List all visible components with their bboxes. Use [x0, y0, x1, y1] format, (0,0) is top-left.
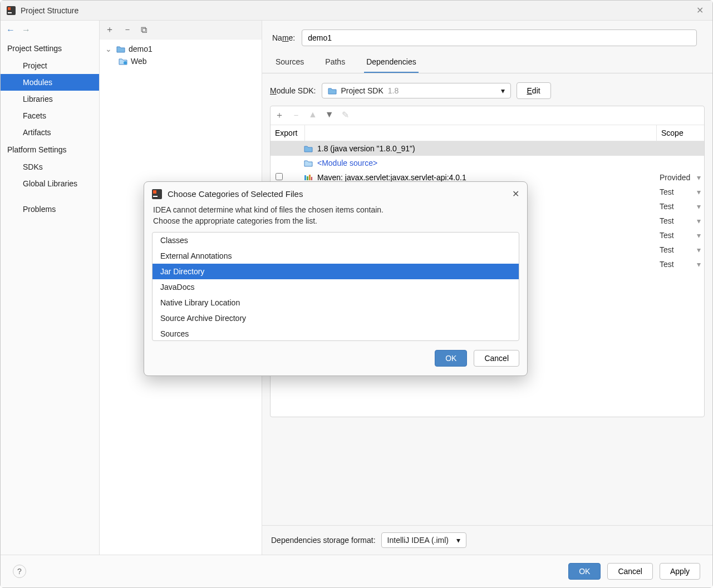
dropdown-icon[interactable]: ▾	[697, 202, 701, 211]
tab-paths[interactable]: Paths	[323, 52, 347, 73]
dropdown-icon[interactable]: ▾	[697, 173, 701, 182]
nav-artifacts[interactable]: Artifacts	[1, 124, 99, 141]
storage-label: Dependencies storage format:	[271, 536, 376, 545]
modal-description: IDEA cannot determine what kind of files…	[144, 201, 527, 232]
svg-rect-10	[153, 196, 158, 197]
module-name-input[interactable]	[302, 29, 697, 46]
module-sdk-select[interactable]: Project SDK 1.8 ▾	[322, 83, 511, 98]
ok-button[interactable]: OK	[568, 563, 601, 580]
scope-value: Test	[660, 216, 674, 225]
category-list[interactable]: ClassesExternal AnnotationsJar Directory…	[152, 232, 519, 341]
main-button-bar: ? OK Cancel Apply	[1, 555, 712, 587]
dep-type-icon	[304, 145, 313, 152]
dropdown-icon[interactable]: ▾	[697, 231, 701, 240]
dropdown-icon[interactable]: ▾	[697, 216, 701, 225]
folder-icon	[116, 45, 125, 53]
project-settings-header: Project Settings	[1, 39, 99, 57]
nav-global-libraries[interactable]: Global Libraries	[1, 175, 99, 192]
sdk-folder-icon	[328, 87, 337, 95]
nav-libraries[interactable]: Libraries	[1, 91, 99, 107]
tree-child-web[interactable]: Web	[102, 55, 259, 67]
dep-name: Maven: javax.servlet:javax.servlet-api:4…	[317, 173, 466, 182]
tree-root[interactable]: ⌄ demo1	[102, 43, 259, 55]
svg-rect-1	[8, 7, 11, 10]
modal-close-icon[interactable]: ✕	[512, 189, 519, 199]
tab-sources[interactable]: Sources	[273, 52, 306, 73]
dropdown-icon[interactable]: ▾	[697, 260, 701, 269]
dep-header: Export Scope	[271, 125, 704, 141]
window-title: Project Structure	[21, 6, 693, 15]
scope-value: Test	[660, 245, 674, 254]
tree-toolbar: ＋ － ⧉	[100, 21, 262, 39]
back-icon[interactable]: ←	[6, 25, 15, 35]
intellij-icon	[152, 189, 162, 199]
chevron-down-icon[interactable]: ⌄	[105, 45, 113, 53]
dep-down-icon[interactable]: ▼	[325, 110, 334, 121]
modal-line2: Choose the appropriate categories from t…	[153, 216, 518, 227]
edit-sdk-button[interactable]: Edit	[517, 82, 551, 99]
dep-name: <Module source>	[317, 159, 377, 167]
platform-settings-header: Platform Settings	[1, 141, 99, 159]
module-sdk-suffix: 1.8	[388, 86, 399, 95]
tree-root-label: demo1	[129, 45, 153, 53]
add-icon[interactable]: ＋	[105, 24, 114, 36]
col-export: Export	[271, 125, 305, 141]
modal-cancel-button[interactable]: Cancel	[474, 350, 519, 367]
scope-value: Test	[660, 202, 674, 211]
category-item[interactable]: External Annotations	[153, 248, 519, 264]
category-item[interactable]: Classes	[153, 233, 519, 248]
dep-remove-icon[interactable]: －	[292, 110, 301, 121]
forward-icon[interactable]: →	[22, 25, 31, 35]
dep-name: 1.8 (java version "1.8.0_91")	[317, 144, 415, 153]
scope-value: Test	[660, 187, 674, 196]
copy-icon[interactable]: ⧉	[141, 25, 147, 35]
name-label: Name:	[272, 33, 295, 42]
category-item[interactable]: Source Archive Directory	[153, 310, 519, 326]
dep-type-icon	[304, 159, 313, 167]
modal-line1: IDEA cannot determine what kind of files…	[153, 205, 518, 216]
col-scope: Scope	[656, 125, 704, 141]
dropdown-icon[interactable]: ▾	[697, 245, 701, 254]
storage-format-select[interactable]: IntelliJ IDEA (.iml) ▾	[381, 532, 466, 548]
nav-sdks[interactable]: SDKs	[1, 159, 99, 175]
dropdown-icon[interactable]: ▾	[697, 187, 701, 196]
svg-point-3	[124, 61, 127, 65]
nav-project[interactable]: Project	[1, 57, 99, 74]
module-sdk-label: Module SDK:	[270, 86, 316, 95]
title-bar: Project Structure ✕	[1, 1, 712, 21]
intellij-icon	[6, 6, 16, 16]
scope-value: Test	[660, 231, 674, 240]
nav-problems[interactable]: Problems	[1, 201, 99, 218]
svg-rect-6	[309, 175, 311, 180]
dep-add-icon[interactable]: ＋	[275, 110, 284, 121]
remove-icon[interactable]: －	[123, 24, 132, 36]
category-item[interactable]: JavaDocs	[153, 279, 519, 295]
module-tree: ⌄ demo1 Web	[100, 39, 262, 71]
dep-type-icon	[304, 174, 313, 181]
export-checkbox[interactable]	[276, 173, 283, 180]
category-item[interactable]: Native Library Location	[153, 295, 519, 310]
scope-value: Provided	[660, 173, 690, 182]
svg-rect-9	[153, 190, 156, 194]
dep-up-icon[interactable]: ▲	[308, 110, 317, 121]
nav-facets[interactable]: Facets	[1, 107, 99, 124]
tab-dependencies[interactable]: Dependencies	[364, 52, 419, 73]
dep-row[interactable]: 1.8 (java version "1.8.0_91")	[271, 141, 704, 156]
apply-button[interactable]: Apply	[660, 563, 700, 580]
storage-value: IntelliJ IDEA (.iml)	[387, 536, 449, 545]
category-item[interactable]: Sources	[153, 326, 519, 341]
svg-rect-4	[304, 175, 306, 180]
dep-row[interactable]: <Module source>	[271, 156, 704, 170]
close-icon[interactable]: ✕	[693, 5, 707, 16]
settings-sidebar: ← → Project Settings Project Modules Lib…	[1, 21, 100, 555]
svg-rect-7	[311, 177, 312, 180]
cancel-button[interactable]: Cancel	[607, 563, 653, 580]
dropdown-icon: ▾	[501, 86, 505, 95]
dep-edit-icon[interactable]: ✎	[342, 110, 349, 121]
modal-ok-button[interactable]: OK	[435, 350, 467, 367]
category-item[interactable]: Jar Directory	[153, 264, 519, 279]
scope-value: Test	[660, 260, 674, 269]
nav-modules[interactable]: Modules	[1, 74, 99, 91]
svg-rect-2	[8, 12, 12, 13]
help-icon[interactable]: ?	[13, 565, 26, 578]
